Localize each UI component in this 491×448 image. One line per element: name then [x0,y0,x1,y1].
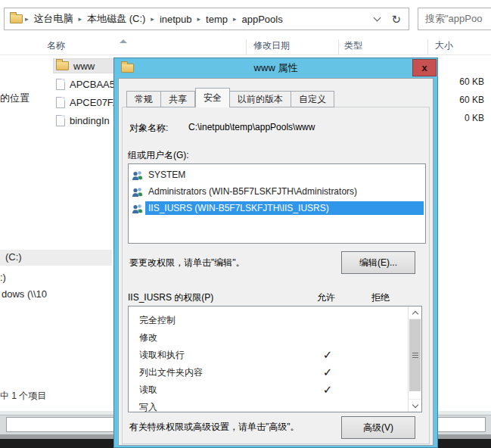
group-row-iis-iusrs[interactable]: IIS_IUSRS (WIN-B5F7LSKFJTH\IIS_IUSRS) [130,200,424,216]
breadcrumb-separator-icon: ▸ [151,15,154,23]
file-size: 60 KB [439,76,484,87]
column-divider[interactable] [338,39,339,54]
allow-check [316,400,339,415]
groups-label: 组或用户名(G): [128,149,189,162]
file-size: 60 KB [439,95,484,105]
breadcrumb-separator-icon: ▸ [25,15,29,23]
breadcrumb-item-inetpub[interactable]: inetpub [160,14,192,25]
column-header-row: 名称 修改日期 类型 大小 [0,34,491,55]
advanced-hint: 有关特殊权限或高级设置，请单击"高级"。 [129,421,300,434]
permission-read-execute: 读取和执行 [139,347,185,362]
object-name-label: 对象名称: [129,122,168,135]
tab-previous-versions[interactable]: 以前的版本 [230,91,291,107]
permission-write: 写入 [139,400,157,415]
breadcrumb-separator-icon: ▸ [233,15,237,23]
file-icon [56,79,65,90]
status-bar-text: 中 1 个项目 [0,390,46,403]
column-divider[interactable] [427,39,428,54]
file-icon [56,115,65,126]
file-row-www[interactable]: www [53,58,123,73]
dialog-title: www 属性 [114,58,437,78]
close-button[interactable]: x [412,59,437,76]
file-name: APCBAA5 [70,79,115,90]
folder-icon [56,61,69,70]
permission-read: 读取 [139,382,157,397]
folder-icon [10,14,23,23]
group-users-icon [130,204,145,213]
background-label-location: 的位置 [0,92,30,105]
dialog-body: 常规 共享 安全 以前的版本 自定义 对象名称: C:\inetpub\temp… [118,78,434,446]
column-divider[interactable] [246,39,247,54]
scrollbar-thumb[interactable] [409,319,421,391]
breadcrumb-separator-icon: ▸ [79,15,82,23]
permission-modify: 修改 [139,330,157,345]
search-input[interactable]: 搜索"appPoo [418,8,491,30]
group-name: Administrators (WIN-B5F7LSKFJTH\Administ… [145,185,360,198]
group-row-system[interactable]: SYSTEM [130,166,424,183]
object-path: C:\inetpub\temp\appPools\www [188,122,315,132]
permissions-label: IIS_IUSRS 的权限(P) [128,291,213,304]
tab-customize[interactable]: 自定义 [291,91,334,107]
group-name: SYSTEM [145,168,188,182]
tab-general[interactable]: 常规 [126,91,161,107]
advanced-button[interactable]: 高级(V) [341,416,415,439]
column-header-size[interactable]: 大小 [435,39,453,52]
file-name: APCE07F. [70,97,115,108]
file-icon [56,97,65,108]
breadcrumb-item-temp[interactable]: temp [206,14,228,25]
refresh-icon[interactable]: ↻ [391,14,401,25]
breadcrumb-item-local-disk[interactable]: 本地磁盘 (C:) [87,12,145,26]
file-size: 0 KB [439,113,484,123]
breadcrumb-separator-icon: ▸ [197,15,201,23]
permission-list-folder: 列出文件夹内容 [139,365,203,380]
allow-check [316,313,339,328]
breadcrumb-item-apppools[interactable]: appPools [242,14,283,25]
breadcrumb-item-this-pc[interactable]: 这台电脑 [34,12,73,26]
tab-security[interactable]: 安全 [195,88,230,107]
address-bar[interactable]: ▸ 这台电脑 ▸ 本地磁盘 (C:) ▸ inetpub ▸ temp ▸ ap… [4,8,409,30]
scroll-up-icon[interactable] [409,306,421,319]
allow-checkmark-icon: ✓ [316,382,339,397]
permissions-list[interactable]: 完全控制 修改 读取和执行 列出文件夹内容 读取 写入 ✓ ✓ ✓ [128,306,422,412]
tab-strip: 常规 共享 安全 以前的版本 自定义 [126,88,334,107]
allow-column-label: 允许 [317,291,335,304]
group-row-administrators[interactable]: Administrators (WIN-B5F7LSKFJTH\Administ… [130,183,424,200]
thumb-grip-icon [412,353,418,358]
background-item-drive-d[interactable]: :) [0,272,6,283]
background-item-drive-c[interactable]: (C:) [0,250,112,266]
file-name: bindingIn [70,115,110,126]
drive-c-label: (C:) [5,251,22,263]
deny-column-label: 拒绝 [371,291,390,304]
scroll-down-icon[interactable] [409,399,421,412]
permission-full-control: 完全控制 [139,313,176,328]
sort-ascending-icon [120,39,127,43]
background-item-network[interactable]: dows (\\10 [2,288,47,300]
address-dropdown-icon[interactable] [374,14,381,21]
group-users-icon [130,187,145,197]
tab-sharing[interactable]: 共享 [161,91,195,107]
column-header-type[interactable]: 类型 [344,39,362,52]
vertical-scrollbar[interactable] [408,306,421,412]
group-users-icon [130,170,145,180]
column-header-name[interactable]: 名称 [47,39,65,52]
edit-hint: 要更改权限，请单击"编辑"。 [129,257,245,269]
allow-checkmark-icon: ✓ [316,347,339,362]
edit-button[interactable]: 编辑(E)... [341,251,415,274]
group-user-list[interactable]: SYSTEM Administrators (WIN-B5F7LSKFJTH\A… [128,163,426,244]
properties-dialog: www 属性 x 常规 共享 安全 以前的版本 自定义 对象名称: C:\ine… [113,58,438,448]
column-header-date[interactable]: 修改日期 [253,39,290,52]
file-name: www [73,61,95,72]
group-name: IIS_IUSRS (WIN-B5F7LSKFJTH\IIS_IUSRS) [145,201,424,215]
allow-check [316,330,339,345]
allow-checkmark-icon: ✓ [316,365,339,380]
